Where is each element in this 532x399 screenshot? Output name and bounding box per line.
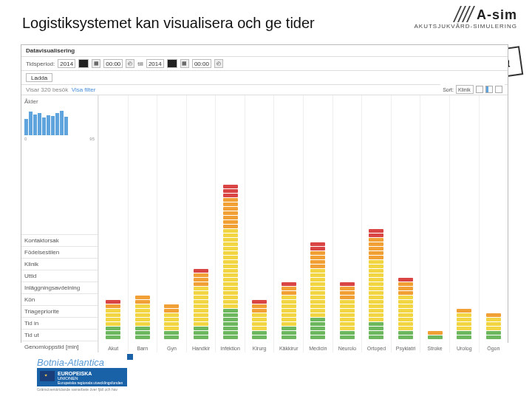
main-area: Ålder 0 95 KontaktorsakFödelsestilenKlin… (21, 95, 508, 352)
eu-caption: Gränsöverskridande samarbete över fjäll … (37, 387, 127, 392)
chart-area: Sort: Klinik AkutBarnGynHandkirInfektion… (98, 95, 508, 352)
brand-top: A-sim (415, 6, 517, 23)
dimension-row[interactable]: Tid in (21, 317, 98, 329)
period-label: Tidsperiod: (26, 61, 55, 67)
chart-column[interactable]: Medicin (303, 95, 332, 352)
eu-flag-icon (40, 371, 55, 381)
chart-column[interactable]: Urolog (449, 95, 479, 352)
clock-icon[interactable]: ◴ (126, 59, 134, 68)
dimension-row[interactable]: Inläggningsavdelning (21, 282, 98, 293)
calendar-icon[interactable]: ▦ (92, 59, 100, 68)
brand-sub: AKUTSJUKVÅRD-SIMULERING (415, 23, 517, 30)
dimension-row[interactable]: Kön (21, 293, 98, 305)
chart-column[interactable]: Kirurg (245, 95, 274, 352)
show-filter-link[interactable]: Visa filter (72, 86, 96, 93)
column-label: Psykiatri (392, 346, 420, 351)
list-view-icon[interactable] (495, 86, 502, 93)
dimension-row[interactable]: Uttid (21, 270, 98, 282)
calendar-icon[interactable]: ▦ (180, 59, 189, 68)
clock-icon[interactable]: ◴ (214, 59, 223, 68)
chart-column[interactable]: Neurolo (332, 95, 362, 352)
column-label: Gyn (157, 346, 186, 351)
column-label: Akut (99, 346, 128, 351)
visits-count: Visar 320 besök (26, 86, 68, 93)
column-label: Infektion (216, 346, 245, 351)
to-label: till (137, 61, 143, 67)
slide-title: Logistiksystemet kan visualisera och ge … (22, 15, 315, 32)
chart-column[interactable]: Infektion (215, 95, 245, 352)
sort-control[interactable]: Sort: Klinik (440, 84, 505, 95)
load-button[interactable]: Ladda (26, 73, 52, 82)
column-label: Medicin (304, 346, 332, 351)
load-toolbar: Ladda (21, 71, 508, 85)
column-label: Barn (129, 346, 157, 351)
column-label: Urolog (450, 346, 479, 351)
eu-logo: EUROPEISKA UNIONEN Europeiska regionala … (37, 368, 127, 386)
botnia-logo: Botnia-Atlantica (37, 357, 127, 368)
chart-column[interactable]: Gyn (157, 95, 186, 352)
sidebar: Ålder 0 95 KontaktorsakFödelsestilenKlin… (21, 95, 98, 352)
column-label: Handkir (187, 346, 216, 351)
axis-min: 0 (24, 137, 27, 141)
app-window: Datavisualisering Tidsperiod: 2014 ▦ 00:… (21, 44, 508, 343)
date-toolbar: Tidsperiod: 2014 ▦ 00:00 ◴ till 2014 ▦ 0… (21, 57, 508, 71)
time-from[interactable]: 00:00 (103, 59, 123, 68)
column-label: Neurolo (333, 346, 362, 351)
filter-row: Visar 320 besök Visa filter (21, 85, 508, 95)
chart-column[interactable]: Ögon (479, 95, 508, 352)
chart-column[interactable]: Akut (98, 95, 128, 352)
column-label: Ortoped (362, 346, 391, 351)
chart-column[interactable]: Stroke (420, 95, 449, 352)
column-label: Käkkirur (274, 346, 303, 351)
chart-column[interactable]: Käkkirur (273, 95, 303, 352)
chart-column[interactable]: Handkir (186, 95, 216, 352)
dimension-row[interactable]: Kontaktorsak (21, 234, 98, 246)
chart-column[interactable]: Barn (128, 95, 157, 352)
time-to[interactable]: 00:00 (192, 59, 211, 68)
dimension-row[interactable]: Födelsestilen (21, 246, 98, 258)
dimension-row[interactable]: Klinik (21, 258, 98, 270)
dimension-row[interactable]: Tid ut (21, 329, 98, 341)
column-label: Stroke (420, 346, 449, 351)
footer-logos: Botnia-Atlantica EUROPEISKA UNIONEN Euro… (37, 357, 127, 392)
axis-max: 95 (89, 137, 95, 141)
dimension-list: KontaktorsakFödelsestilenKlinikUttidInlä… (21, 234, 98, 352)
month-to[interactable] (167, 59, 177, 68)
bars-view-icon[interactable] (485, 86, 493, 93)
column-label: Kirurg (245, 346, 274, 351)
chart-column[interactable]: Ortoped (361, 95, 391, 352)
hist-title: Ålder (24, 98, 95, 105)
age-histogram: Ålder 0 95 (21, 95, 98, 234)
year-from[interactable]: 2014 (58, 59, 75, 68)
month-from[interactable] (78, 59, 89, 68)
dimension-row[interactable]: Genomloppstid [min] (21, 341, 98, 352)
year-to[interactable]: 2014 (146, 59, 164, 68)
brand-logo: A-sim AKUTSJUKVÅRD-SIMULERING (415, 6, 517, 30)
dimension-row[interactable]: Triagepriorite (21, 305, 98, 317)
app-title: Datavisualisering (21, 45, 508, 57)
column-label: Ögon (480, 346, 508, 351)
grid-view-icon[interactable] (476, 86, 483, 93)
chart-column[interactable]: Psykiatri (391, 95, 420, 352)
